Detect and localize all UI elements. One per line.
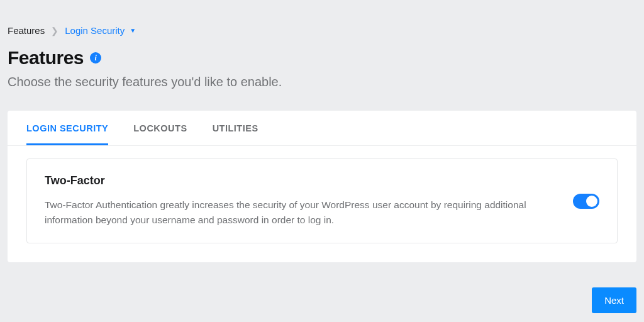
two-factor-toggle[interactable] — [573, 194, 599, 209]
feature-title: Two-Factor — [45, 174, 554, 187]
feature-description: Two-Factor Authentication greatly increa… — [45, 197, 554, 228]
page-subtitle: Choose the security features you'd like … — [8, 75, 636, 89]
info-icon[interactable]: i — [90, 52, 101, 64]
breadcrumb: Features ❯ Login Security ▼ — [8, 25, 636, 36]
breadcrumb-current[interactable]: Login Security ▼ — [65, 25, 136, 36]
tab-utilities[interactable]: UTILITIES — [213, 111, 258, 145]
feature-item-two-factor: Two-Factor Two-Factor Authentication gre… — [26, 158, 618, 243]
breadcrumb-root[interactable]: Features — [8, 25, 45, 36]
caret-down-icon: ▼ — [130, 27, 136, 34]
tab-login-security[interactable]: LOGIN SECURITY — [26, 111, 108, 145]
features-card: LOGIN SECURITY LOCKOUTS UTILITIES Two-Fa… — [8, 111, 636, 262]
next-button[interactable]: Next — [592, 287, 636, 313]
page-title: Features — [8, 47, 84, 69]
tab-lockouts[interactable]: LOCKOUTS — [133, 111, 187, 145]
tabs: LOGIN SECURITY LOCKOUTS UTILITIES — [8, 111, 636, 146]
toggle-knob — [586, 196, 597, 207]
chevron-right-icon: ❯ — [51, 26, 58, 36]
breadcrumb-current-label: Login Security — [65, 25, 125, 36]
